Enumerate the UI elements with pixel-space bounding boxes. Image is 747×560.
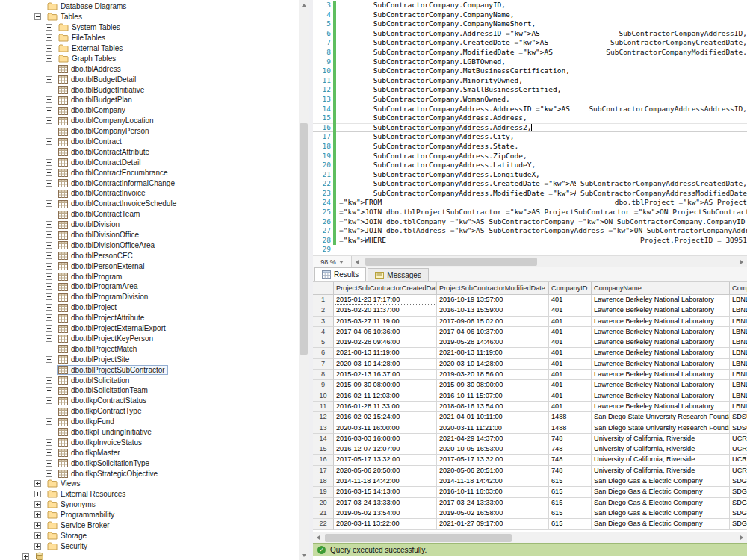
code-line-4[interactable]: 4 SubContractorCompany.CompanyName, bbox=[313, 10, 747, 20]
grid-cell[interactable]: San Diego Gas & Electric Company bbox=[592, 487, 730, 497]
tree-item-dbo-tblsolicitation[interactable]: dbo.tblSolicitation bbox=[0, 375, 299, 385]
grid-cell[interactable]: 2016-02-02 15:24:00 bbox=[334, 412, 437, 423]
expand-icon[interactable] bbox=[46, 190, 52, 196]
grid-cell[interactable]: 2020-05-06 20:50:00 bbox=[334, 466, 437, 476]
code-line-16[interactable]: 16 SubContractorCompanyAddress.Address2, bbox=[313, 123, 747, 133]
tree-item-system-tables[interactable]: System Tables bbox=[0, 22, 299, 33]
code-line-9[interactable]: 9 SubContractorCompany.LGBTOwned, bbox=[313, 57, 747, 67]
grid-cell[interactable]: University of California, Riverside bbox=[592, 455, 730, 465]
grid-cell[interactable]: 2016-12-07 12:07:00 bbox=[334, 444, 437, 455]
object-explorer-scrollbar[interactable] bbox=[299, 0, 309, 560]
tree-item-storage[interactable]: Storage bbox=[0, 530, 299, 541]
scroll-right-arrow-icon[interactable] bbox=[737, 256, 747, 267]
grid-cell[interactable]: 2018-08-16 13:54:00 bbox=[437, 402, 549, 412]
grid-cell[interactable]: 2020-03-10 14:28:00 bbox=[437, 359, 549, 370]
grid-cell[interactable]: LBNL bbox=[730, 337, 747, 348]
row-number[interactable]: 10 bbox=[313, 391, 334, 402]
tree-item-dbo-tbldivision[interactable]: dbo.tblDivision bbox=[0, 220, 299, 230]
scrollbar-thumb[interactable] bbox=[365, 258, 537, 266]
grid-cell[interactable]: San Diego State University Research Foun… bbox=[592, 412, 730, 423]
tree-item[interactable] bbox=[0, 551, 299, 560]
expand-icon[interactable] bbox=[46, 397, 52, 404]
column-header-compa[interactable]: Compa bbox=[730, 282, 747, 295]
expand-icon[interactable] bbox=[46, 231, 52, 238]
expand-icon[interactable] bbox=[22, 553, 29, 560]
grid-cell[interactable]: 2017-05-17 13:32:00 bbox=[334, 455, 437, 465]
tree-item-dbo-tbldivisionoffice[interactable]: dbo.tblDivisionOffice bbox=[0, 230, 299, 240]
row-number[interactable]: 4 bbox=[313, 327, 334, 337]
grid-cell[interactable]: University of California, Riverside bbox=[592, 466, 730, 476]
grid-cell[interactable]: Lawrence Berkeley National Laboratory bbox=[592, 391, 730, 402]
grid-cell[interactable]: 401 bbox=[549, 295, 592, 305]
tree-item-dbo-tlkpfundinginitiative[interactable]: dbo.tlkpFundingInitiative bbox=[0, 427, 299, 438]
tree-item-dbo-tblbudgetplan[interactable]: dbo.tblBudgetPlan bbox=[0, 95, 299, 105]
expand-icon[interactable] bbox=[46, 242, 52, 249]
row-number[interactable]: 13 bbox=[313, 423, 334, 434]
grid-cell[interactable]: 2015-03-27 11:19:00 bbox=[334, 317, 437, 327]
scroll-left-arrow-icon[interactable] bbox=[352, 256, 362, 267]
tree-item-dbo-tblcontractinvoice[interactable]: dbo.tblContractInvoice bbox=[0, 188, 299, 199]
tree-item-external-tables[interactable]: External Tables bbox=[0, 43, 299, 54]
code-line-14[interactable]: 14 SubContractorCompanyAddress.AddressID… bbox=[313, 105, 747, 114]
grid-cell[interactable]: 748 bbox=[549, 455, 592, 465]
code-line-11[interactable]: 11 SubContractorCompany.MinorityOwned, bbox=[313, 76, 747, 86]
grid-cell[interactable]: SDSU bbox=[730, 412, 747, 423]
expand-icon[interactable] bbox=[46, 169, 52, 176]
grid-cell[interactable]: Lawrence Berkeley National Laboratory bbox=[592, 317, 730, 327]
grid-cell[interactable]: LBNL bbox=[730, 327, 747, 337]
row-number[interactable]: 17 bbox=[313, 466, 334, 476]
tree-item-dbo-tblpersoncec[interactable]: dbo.tblPersonCEC bbox=[0, 250, 299, 261]
grid-cell[interactable]: 2019-05-02 13:54:00 bbox=[334, 508, 437, 519]
expand-icon[interactable] bbox=[46, 34, 52, 41]
expand-icon[interactable] bbox=[46, 304, 52, 311]
grid-cell[interactable]: LBNL bbox=[730, 348, 747, 358]
editor-hscrollbar[interactable] bbox=[352, 256, 747, 267]
expand-icon[interactable] bbox=[46, 418, 52, 425]
grid-cell[interactable]: Lawrence Berkeley National Laboratory bbox=[592, 305, 730, 316]
grid-cell[interactable]: Lawrence Berkeley National Laboratory bbox=[592, 348, 730, 358]
column-header-projectsubcontractormodifieddate[interactable]: ProjectSubContractorModifiedDate bbox=[437, 282, 549, 295]
grid-cell[interactable]: UCR bbox=[730, 455, 747, 465]
tree-item-dbo-tlkpinvoicestatus[interactable]: dbo.tlkpInvoiceStatus bbox=[0, 437, 299, 447]
grid-cell[interactable]: University of California, Riverside bbox=[592, 434, 730, 444]
row-number[interactable]: 15 bbox=[313, 444, 334, 455]
code-line-25[interactable]: 25="kw">INNER ="kw">JOIN dbo.tblProjectS… bbox=[313, 208, 747, 217]
tree-item-security[interactable]: Security bbox=[0, 541, 299, 551]
grid-cell[interactable]: SDG& bbox=[730, 487, 747, 497]
grid-cell[interactable]: 2021-01-27 09:17:00 bbox=[437, 519, 549, 529]
expand-icon[interactable] bbox=[46, 211, 52, 217]
tree-item-dbo-tblcontractattribute[interactable]: dbo.tblContractAttribute bbox=[0, 146, 299, 157]
grid-cell[interactable]: 401 bbox=[549, 370, 592, 380]
code-line-7[interactable]: 7 SubContractorCompany.CreatedDate ="kw"… bbox=[313, 38, 747, 48]
tree-item-dbo-tblprojectattribute[interactable]: dbo.tblProjectAttribute bbox=[0, 313, 299, 323]
column-header-companyname[interactable]: CompanyName bbox=[592, 282, 730, 295]
tree-item-external-resources[interactable]: External Resources bbox=[0, 489, 299, 500]
code-line-3[interactable]: 3 SubContractorCompany.CompanyID, bbox=[313, 1, 747, 10]
grid-cell[interactable]: 2019-02-28 09:46:00 bbox=[334, 337, 437, 348]
tree-item-dbo-tblcontractinformalchange[interactable]: dbo.tblContractInformalChange bbox=[0, 178, 299, 188]
expand-icon[interactable] bbox=[46, 439, 52, 446]
grid-cell[interactable]: 1488 bbox=[549, 423, 592, 434]
grid-cell[interactable]: SDG& bbox=[730, 508, 747, 519]
grid-cell[interactable]: 615 bbox=[549, 487, 592, 497]
grid-cell[interactable]: San Diego Gas & Electric Company bbox=[592, 508, 730, 519]
tree-item-dbo-tlkpcontractstatus[interactable]: dbo.tlkpContractStatus bbox=[0, 396, 299, 406]
row-number[interactable]: 8 bbox=[313, 370, 334, 380]
grid-cell[interactable]: 748 bbox=[549, 434, 592, 444]
row-number[interactable]: 3 bbox=[313, 317, 334, 327]
tree-item-synonyms[interactable]: Synonyms bbox=[0, 500, 299, 510]
tree-item-dbo-tlkpstrategicobjective[interactable]: dbo.tlkpStrategicObjective bbox=[0, 468, 299, 479]
tab-messages[interactable]: Messages bbox=[368, 268, 429, 281]
grid-cell[interactable]: LBNL bbox=[730, 370, 747, 380]
grid-cell[interactable]: LBNL bbox=[730, 380, 747, 391]
grid-cell[interactable]: SDG& bbox=[730, 476, 747, 487]
row-number[interactable]: 9 bbox=[313, 380, 334, 391]
code-line-10[interactable]: 10 SubContractorCompany.MetBusinessCerti… bbox=[313, 66, 747, 76]
expand-icon[interactable] bbox=[46, 180, 52, 187]
tree-item-dbo-tblcontract[interactable]: dbo.tblContract bbox=[0, 137, 299, 147]
expand-icon[interactable] bbox=[46, 107, 52, 113]
code-line-26[interactable]: 26="kw">INNER ="kw">JOIN dbo.tblCompany … bbox=[313, 217, 747, 227]
grid-cell[interactable]: 401 bbox=[549, 317, 592, 327]
tree-item-dbo-tblcompany[interactable]: dbo.tblCompany bbox=[0, 105, 299, 116]
grid-cell[interactable]: 2020-03-10 14:28:00 bbox=[334, 359, 437, 370]
